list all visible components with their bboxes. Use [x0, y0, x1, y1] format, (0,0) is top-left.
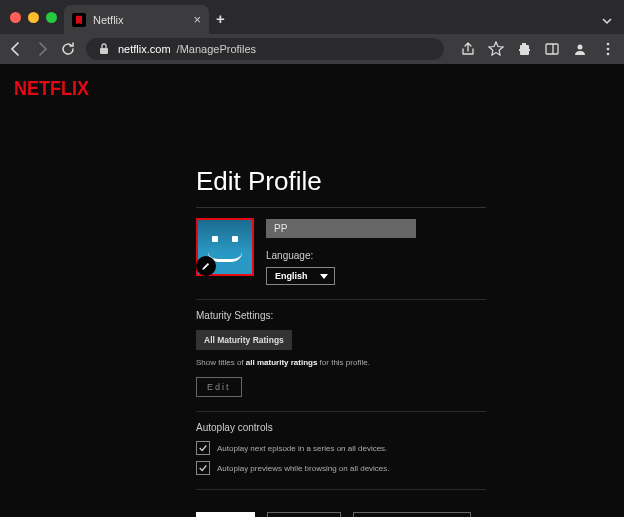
autoplay-title: Autoplay controls	[196, 422, 486, 433]
save-button[interactable]: Save	[196, 512, 255, 517]
page-body: NETFLIX Edit Profile Language: English	[0, 64, 624, 517]
share-icon[interactable]	[460, 41, 476, 57]
profile-top-row: Language: English	[196, 218, 486, 285]
svg-point-6	[607, 53, 610, 56]
tab-title: Netflix	[93, 14, 186, 26]
url-domain: netflix.com	[118, 43, 171, 55]
maturity-title: Maturity Settings:	[196, 310, 486, 321]
svg-point-3	[578, 45, 583, 50]
new-tab-button[interactable]: +	[216, 10, 225, 27]
url-path: /ManageProfiles	[177, 43, 257, 55]
close-window-button[interactable]	[10, 12, 21, 23]
lock-icon	[96, 41, 112, 57]
autoplay-next-row: Autoplay next episode in a series on all…	[196, 441, 486, 455]
language-value: English	[275, 271, 308, 281]
autoplay-next-label: Autoplay next episode in a series on all…	[217, 444, 387, 453]
autoplay-preview-checkbox[interactable]	[196, 461, 210, 475]
maturity-edit-button[interactable]: Edit	[196, 377, 242, 397]
browser-tab[interactable]: Netflix ×	[64, 5, 209, 34]
address-bar[interactable]: netflix.com/ManageProfiles	[86, 38, 444, 60]
panel-icon[interactable]	[544, 41, 560, 57]
profile-icon[interactable]	[572, 41, 588, 57]
traffic-lights	[10, 12, 57, 23]
svg-rect-0	[100, 48, 108, 54]
autoplay-preview-row: Autoplay previews while browsing on all …	[196, 461, 486, 475]
autoplay-next-checkbox[interactable]	[196, 441, 210, 455]
svg-point-4	[607, 43, 610, 46]
menu-icon[interactable]	[600, 41, 616, 57]
back-button[interactable]	[8, 41, 24, 57]
pencil-icon	[196, 256, 216, 276]
language-select[interactable]: English	[266, 267, 335, 285]
caret-down-icon	[320, 274, 328, 279]
cancel-button[interactable]: Cancel	[267, 512, 340, 517]
divider	[196, 299, 486, 300]
maximize-window-button[interactable]	[46, 12, 57, 23]
netflix-logo[interactable]: NETFLIX	[14, 77, 89, 100]
autoplay-section: Autoplay controls Autoplay next episode …	[196, 411, 486, 475]
svg-rect-1	[546, 44, 558, 54]
url-bar: netflix.com/ManageProfiles	[0, 34, 624, 64]
maturity-section: Maturity Settings: All Maturity Ratings …	[196, 299, 486, 397]
svg-point-5	[607, 48, 610, 51]
forward-button[interactable]	[34, 41, 50, 57]
autoplay-preview-label: Autoplay previews while browsing on all …	[217, 464, 390, 473]
profile-name-input[interactable]	[266, 219, 416, 238]
edit-profile-form: Edit Profile Language: English	[196, 166, 486, 517]
avatar-edit-button[interactable]	[196, 218, 254, 276]
reload-button[interactable]	[60, 41, 76, 57]
bookmark-icon[interactable]	[488, 41, 504, 57]
profile-fields: Language: English	[266, 218, 486, 285]
window-titlebar: Netflix × +	[0, 0, 624, 34]
maturity-badge: All Maturity Ratings	[196, 330, 292, 350]
toolbar-right	[460, 41, 616, 57]
delete-profile-button[interactable]: Delete Profile	[353, 512, 471, 517]
tab-favicon	[72, 13, 86, 27]
minimize-window-button[interactable]	[28, 12, 39, 23]
divider	[196, 207, 486, 208]
extensions-icon[interactable]	[516, 41, 532, 57]
divider	[196, 489, 486, 490]
language-label: Language:	[266, 250, 486, 261]
button-row: Save Cancel Delete Profile	[196, 512, 486, 517]
divider	[196, 411, 486, 412]
tab-close-icon[interactable]: ×	[193, 12, 201, 27]
tabs-overflow-icon[interactable]	[602, 12, 612, 22]
maturity-note: Show titles of all maturity ratings for …	[196, 358, 486, 367]
page-title: Edit Profile	[196, 166, 486, 197]
